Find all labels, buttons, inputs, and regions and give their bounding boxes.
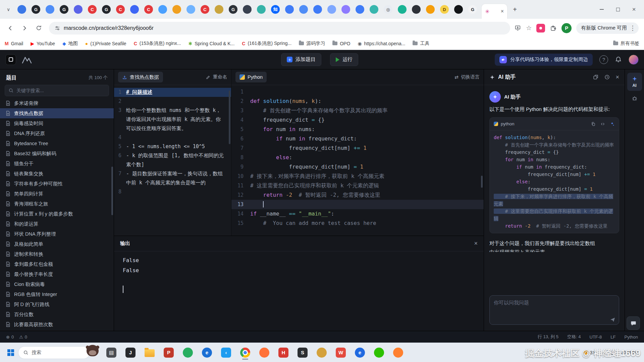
bookmark-item[interactable]: C(161条消息) Spring... xyxy=(242,41,291,47)
sidebar-item[interactable]: 青海湖租车之旅 xyxy=(0,199,114,209)
search-input[interactable] xyxy=(16,88,105,93)
tab-favicon[interactable]: C xyxy=(201,5,209,14)
problem-tab[interactable]: 查找热点数据 xyxy=(118,72,163,82)
reload-button[interactable] xyxy=(32,22,45,35)
new-tab-button[interactable]: + xyxy=(510,4,520,14)
install-app-button[interactable] xyxy=(514,24,521,32)
tab-favicon[interactable]: G xyxy=(32,5,40,14)
tab-favicon[interactable]: G xyxy=(229,5,237,14)
taskbar-notepad-app[interactable]: ▤ xyxy=(104,345,119,360)
tab-search-button[interactable]: ∨ xyxy=(3,4,13,14)
bookmark-star-button[interactable]: ☆ xyxy=(526,24,532,32)
notifications-button[interactable] xyxy=(615,56,622,63)
taskbar-dark-app[interactable]: S xyxy=(295,345,310,360)
app-logo[interactable] xyxy=(5,54,16,65)
sidebar-item[interactable]: RGB 色值转 Integer xyxy=(0,289,114,299)
taskbar-chrome[interactable] xyxy=(238,345,253,360)
tab-favicon[interactable] xyxy=(426,5,435,14)
rename-button[interactable]: 重命名 xyxy=(206,74,227,80)
taskbar-java-app[interactable]: J xyxy=(123,345,138,360)
tab-favicon[interactable] xyxy=(17,5,26,14)
tab-favicon[interactable]: C xyxy=(144,5,153,14)
taskbar-wps[interactable]: W xyxy=(333,345,348,360)
window-minimize-button[interactable] xyxy=(594,0,610,19)
bookmark-item[interactable]: ▶YouTube xyxy=(31,41,55,46)
forward-button[interactable] xyxy=(18,22,31,35)
tab-favicon[interactable] xyxy=(74,5,83,14)
problems-summary[interactable]: ⊗0 ⚠0 xyxy=(6,335,27,340)
promo-banner[interactable]: 分享代码练习体验，领限量定制周边 xyxy=(495,54,593,66)
problem-scrollbar[interactable] xyxy=(229,90,230,144)
sidebar-item[interactable]: 病毒感染时间 xyxy=(0,118,114,128)
code-lines[interactable]: 12def solution(nums, k):3 # 首先创建一个字典来存储每… xyxy=(231,85,484,236)
editor-scrollbar[interactable] xyxy=(481,176,483,188)
bookmark-item[interactable]: ◆地图 xyxy=(62,41,78,47)
taskbar-wechat[interactable] xyxy=(372,345,386,360)
tab-favicon[interactable] xyxy=(46,5,54,14)
sidebar-item[interactable]: 阿 D 的飞行路线 xyxy=(0,299,114,309)
tab-favicon[interactable] xyxy=(412,5,421,14)
window-maximize-button[interactable] xyxy=(610,0,626,19)
tab-favicon[interactable] xyxy=(158,5,167,14)
open-in-window-button[interactable] xyxy=(593,74,599,80)
code-line[interactable]: 8 else: xyxy=(231,153,484,162)
taskbar-orange-app[interactable] xyxy=(391,345,406,360)
output-close-button[interactable]: × xyxy=(474,240,478,247)
sidebar-item[interactable]: Bytedance Tree xyxy=(0,138,114,148)
tab-close-icon[interactable]: × xyxy=(501,8,504,14)
taskbar-firefox[interactable] xyxy=(257,345,272,360)
sidebar-item[interactable]: Base32 编码和解码 xyxy=(0,148,114,159)
sidebar-item[interactable]: 拿到最多红包金额 xyxy=(0,259,114,269)
sidebar-item[interactable]: 猫鱼分干 xyxy=(0,159,114,169)
tab-favicon[interactable] xyxy=(327,5,336,14)
tab-favicon[interactable]: 知 xyxy=(271,5,280,14)
code-line[interactable]: 14if __name__ == "__main__": xyxy=(231,209,484,219)
code-line[interactable]: 1 xyxy=(231,87,484,97)
ai-close-button[interactable]: × xyxy=(615,74,619,81)
code-line[interactable]: 3 # 首先创建一个字典来存储每个数字及其出现的频率 xyxy=(231,106,484,115)
taskbar-ie-browser[interactable]: e xyxy=(200,345,214,360)
tab-favicon[interactable] xyxy=(257,5,266,14)
bookmark-item[interactable]: MGmail xyxy=(5,41,23,46)
history-button[interactable] xyxy=(604,74,610,80)
sidebar-item[interactable]: 及格如此简单 xyxy=(0,239,114,249)
bookmark-item[interactable]: 源码学习 xyxy=(299,41,325,47)
apply-magic-button[interactable] xyxy=(609,121,615,126)
code-line[interactable]: 15 # You can add more test cases here xyxy=(231,219,484,228)
taskbar-pdf-app[interactable]: P xyxy=(161,345,176,360)
tab-favicon[interactable] xyxy=(370,5,378,14)
sidebar-item[interactable]: 和的逆运算 xyxy=(0,219,114,229)
sidebar-item[interactable]: 比赛最高获胜次数 xyxy=(0,319,114,329)
sidebar-item[interactable]: 环状 DNA 序列整理 xyxy=(0,229,114,239)
tab-favicon[interactable] xyxy=(299,5,308,14)
taskbar-file-explorer[interactable] xyxy=(142,345,157,360)
switch-language-button[interactable]: ⇄ 切换语言 xyxy=(454,74,480,80)
tray-overflow-button[interactable]: ∧ xyxy=(602,350,606,355)
problem-content[interactable]: 1# 问题描述23给你一个整数数组 nums 和一个整数 k，请你返回其中出现频… xyxy=(114,85,231,236)
sidebar-item[interactable]: 链表聚集交换 xyxy=(0,169,114,179)
sidebar-item[interactable]: 进制求和转换 xyxy=(0,249,114,259)
code-line[interactable]: 12 return -2 # 暂时返回 -2, 您需要修改这里 xyxy=(231,190,484,200)
help-button[interactable]: ? xyxy=(599,55,608,64)
extensions-button[interactable] xyxy=(550,24,557,32)
bookmark-item[interactable]: 工具 xyxy=(413,41,429,47)
tab-favicon[interactable] xyxy=(454,5,463,14)
code-line[interactable]: 13 xyxy=(231,200,484,209)
tab-favicon[interactable]: G xyxy=(102,5,111,14)
output-body[interactable]: FalseFalse xyxy=(114,251,484,293)
eol-setting[interactable]: LF xyxy=(610,335,615,340)
tab-favicon[interactable]: D xyxy=(440,5,449,14)
bookmark-item[interactable]: ◉https://chat.opena... xyxy=(358,41,405,46)
sidebar-item[interactable]: DNA 序列还原 xyxy=(0,128,114,138)
tab-favicon[interactable] xyxy=(172,5,181,14)
sidebar-item[interactable]: 最小替换子串长度 xyxy=(0,269,114,279)
tab-favicon[interactable]: C xyxy=(116,5,125,14)
copy-code-button[interactable] xyxy=(591,121,596,126)
start-button[interactable] xyxy=(3,345,18,360)
sidebar-search[interactable] xyxy=(5,85,109,96)
back-button[interactable] xyxy=(4,22,17,35)
sidebar-scrollbar[interactable] xyxy=(111,167,113,215)
bookmark-item[interactable]: OPO xyxy=(332,41,350,46)
code-line[interactable]: 2def solution(nums, k): xyxy=(231,97,484,106)
ai-assistant-toggle[interactable]: AI xyxy=(627,73,642,91)
